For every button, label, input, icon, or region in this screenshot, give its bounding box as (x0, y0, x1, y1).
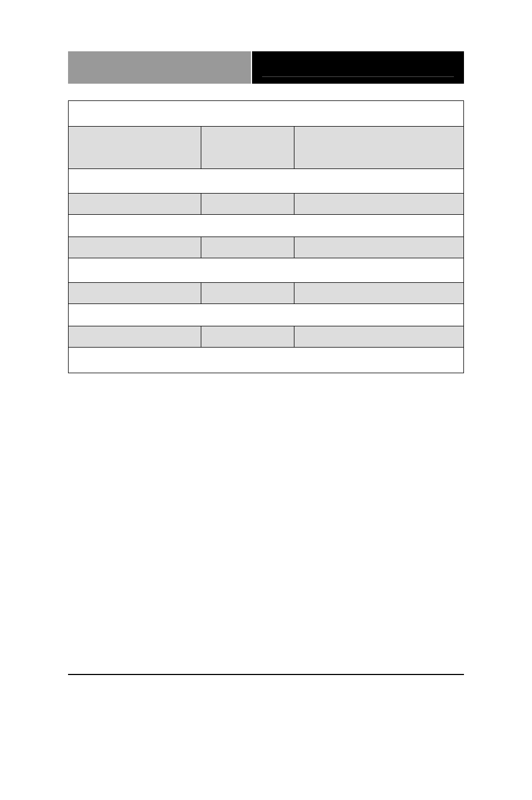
table-cell (201, 237, 294, 258)
data-table (68, 100, 464, 373)
table-cell (69, 283, 201, 304)
table-row (69, 258, 464, 283)
table-cell (294, 237, 464, 258)
table-cell (201, 283, 294, 304)
table-row (69, 194, 464, 215)
header-left-block (68, 51, 252, 84)
table-cell (201, 194, 294, 215)
table-row (69, 237, 464, 258)
table-row (69, 101, 464, 127)
table-row (69, 127, 464, 169)
table-cell (69, 258, 464, 283)
table-row (69, 348, 464, 373)
table-row (69, 304, 464, 326)
table-cell (201, 326, 294, 348)
table-cell (69, 101, 464, 127)
table-cell (294, 326, 464, 348)
table-cell (69, 127, 201, 169)
table-row (69, 326, 464, 348)
table-cell (69, 169, 464, 194)
header-bar (68, 51, 464, 84)
footer-separator (68, 674, 464, 675)
table-row (69, 215, 464, 237)
table-row (69, 169, 464, 194)
table-row (69, 283, 464, 304)
page-content (68, 51, 464, 373)
table-cell (201, 127, 294, 169)
table-cell (294, 283, 464, 304)
table-cell (69, 215, 464, 237)
table-cell (69, 304, 464, 326)
table-cell (69, 194, 201, 215)
table-cell (69, 326, 201, 348)
header-right-block (252, 51, 464, 84)
table-cell (69, 348, 464, 373)
table-cell (294, 127, 464, 169)
table-cell (294, 194, 464, 215)
table-cell (69, 237, 201, 258)
